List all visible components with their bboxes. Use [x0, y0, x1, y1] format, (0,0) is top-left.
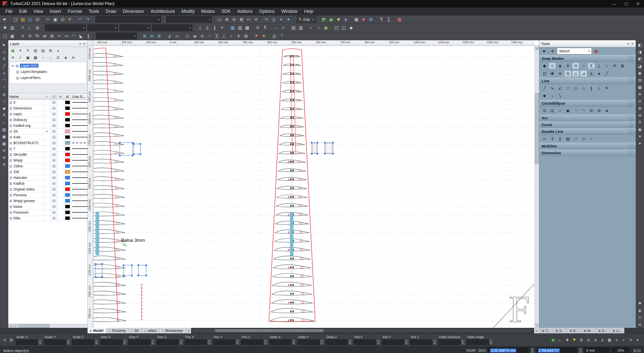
menu-addons[interactable]: Addons	[234, 8, 256, 15]
annotate-icon[interactable]: A	[636, 119, 643, 126]
layer-current-icon[interactable]: ▾	[17, 47, 24, 54]
color-swatch[interactable]	[65, 199, 70, 203]
eye-icon[interactable]	[52, 193, 56, 197]
palette-tab-6[interactable]: ▣Li...	[610, 328, 624, 333]
drawing-canvas[interactable]: Balsa 3mmF	[93, 46, 535, 328]
layer-color-cell[interactable]	[64, 175, 71, 180]
doc-tab-sk[interactable]: ▸SK	[129, 328, 142, 333]
circle-concentric-icon[interactable]: ◎	[549, 107, 556, 114]
layer-linestyle-cell[interactable]	[71, 111, 88, 117]
layer-visibility-cell[interactable]	[51, 198, 57, 204]
extend-icon[interactable]: ↦	[63, 33, 70, 40]
left-wing-rib[interactable]	[93, 115, 124, 119]
snap-vertex-icon[interactable]: ◇	[184, 33, 191, 40]
hscroll-right-arrow[interactable]: ▸	[14, 324, 18, 328]
target-icon[interactable]: ◉	[636, 126, 643, 133]
fillet-icon[interactable]: ◠	[70, 33, 77, 40]
menu-draw[interactable]: Draw	[102, 8, 119, 15]
layer-visibility-cell[interactable]	[51, 181, 57, 186]
layer-active-cell[interactable]	[44, 210, 51, 215]
hatch-icon[interactable]: ▨	[236, 24, 244, 31]
layer-linestyle-cell[interactable]	[71, 169, 88, 175]
spinner-up-icon[interactable]: ▴	[236, 340, 239, 342]
eye-icon[interactable]	[52, 107, 56, 110]
snap-quadrant-icon[interactable]: ◔	[206, 33, 213, 40]
eye-icon[interactable]	[52, 112, 56, 115]
delta-x-spinner[interactable]: ▴▾	[292, 340, 295, 344]
spinner-up-icon[interactable]: ▴	[179, 340, 183, 342]
menu-insert[interactable]: Insert	[47, 8, 64, 15]
properties-icon[interactable]: ▥	[297, 24, 304, 31]
dline-rotated-icon[interactable]: ◇	[580, 135, 587, 142]
selection-handle[interactable]	[101, 276, 103, 278]
layer-lock-cell[interactable]	[57, 169, 64, 175]
layer-lock-cell[interactable]	[57, 117, 64, 123]
layer-name-cell[interactable]: ▥Roboczy	[8, 117, 44, 123]
insp-grid-icon[interactable]: ⊞	[578, 337, 585, 343]
layer-name-cell[interactable]: ▥SW	[8, 169, 44, 175]
line-tool-icon[interactable]: ╱	[1, 63, 8, 69]
chevron-down-icon[interactable]: ⌄	[629, 101, 633, 106]
select-arrow-icon[interactable]: ►	[1, 42, 8, 48]
layer-tree-item[interactable]: ▥LayersFilters	[10, 75, 86, 81]
doc-tab-model[interactable]: ▸Model	[88, 328, 106, 333]
mirror-icon[interactable]: ⇄	[41, 33, 48, 40]
layer-active-cell[interactable]	[44, 192, 51, 198]
view-iso-icon[interactable]: ◆	[347, 24, 355, 31]
selection-handle[interactable]	[332, 153, 334, 154]
palette-tab-5[interactable]: ▣D...	[596, 328, 610, 333]
layer-color-cell[interactable]	[64, 111, 71, 117]
layer-linestyle-cell[interactable]	[71, 129, 88, 134]
layer-row[interactable]: ▥Wręgi	[8, 158, 88, 163]
polyline-tool-icon[interactable]: ∿	[1, 70, 8, 76]
shaded-mode-icon[interactable]: ●	[277, 16, 285, 23]
layer-visibility-cell[interactable]	[51, 210, 57, 215]
selection-rect[interactable]	[138, 265, 146, 276]
offset-icon[interactable]: ∥	[85, 33, 92, 40]
layer-linestyle-cell[interactable]	[71, 192, 88, 198]
insp-x-icon[interactable]: ✕	[627, 337, 634, 343]
coincident-constraint-icon[interactable]: ≡	[218, 24, 226, 31]
layer-apply-icon[interactable]: ✓	[17, 54, 24, 61]
layer-visibility-cell[interactable]	[51, 140, 57, 146]
size-z-spinner[interactable]: ▴▾	[179, 340, 183, 344]
group-icon[interactable]: ▦	[353, 16, 360, 23]
eye-icon[interactable]	[52, 199, 56, 202]
size-y-input[interactable]	[128, 339, 151, 345]
star-yellow-icon[interactable]: ✶	[260, 33, 267, 40]
pen-color-combo[interactable]: ▾	[119, 24, 150, 31]
scale-x-input[interactable]	[16, 339, 38, 345]
dimension-tool-icon[interactable]: ↔	[1, 119, 8, 126]
selection-handle[interactable]	[324, 153, 326, 154]
layer-row[interactable]: ▥Kadłub org.	[8, 123, 88, 129]
line-parallel-icon[interactable]: ∥	[588, 85, 595, 92]
pos-y-spinner[interactable]: ▴▾	[236, 340, 239, 344]
insp-circle-icon[interactable]: ◎	[585, 337, 592, 343]
zoom-window-icon[interactable]: ▭	[216, 16, 223, 23]
left-wing-rib[interactable]	[93, 133, 124, 137]
eye-icon[interactable]	[52, 118, 56, 121]
layer-visibility-cell[interactable]	[51, 146, 57, 151]
selection-handle[interactable]	[317, 153, 318, 154]
spinner-up-icon[interactable]: ▴	[461, 340, 464, 342]
layer-visibility-cell[interactable]	[51, 163, 57, 169]
color-swatch[interactable]	[65, 135, 70, 139]
layer-active-cell[interactable]	[44, 123, 51, 128]
layer-row[interactable]: ▥Hamulec	[8, 175, 88, 181]
line-angular-icon[interactable]: ∠	[556, 85, 564, 92]
left-wing-rib[interactable]	[93, 159, 124, 163]
tp-mode-icon[interactable]: ▦	[592, 48, 600, 55]
stack-icon[interactable]: ≡	[636, 314, 643, 321]
selection-rect[interactable]	[96, 264, 102, 277]
viewport-icon[interactable]: ⊞	[636, 77, 643, 83]
quality-render-icon[interactable]: ●	[285, 16, 292, 23]
layer-name-cell[interactable]: ▥Koła	[8, 134, 44, 140]
spinner-up-icon[interactable]: ▴	[433, 340, 436, 342]
size-z-input[interactable]	[156, 339, 179, 345]
section-circle-ellipse[interactable]: Circle/Ellipse⌄	[539, 100, 636, 107]
layer-active-cell[interactable]	[44, 215, 51, 221]
insp-green-icon[interactable]: ▣	[550, 337, 556, 343]
layer-color-cell[interactable]	[64, 192, 71, 198]
left-wing-rib[interactable]	[93, 168, 125, 172]
layer-lock-cell[interactable]	[57, 186, 64, 192]
